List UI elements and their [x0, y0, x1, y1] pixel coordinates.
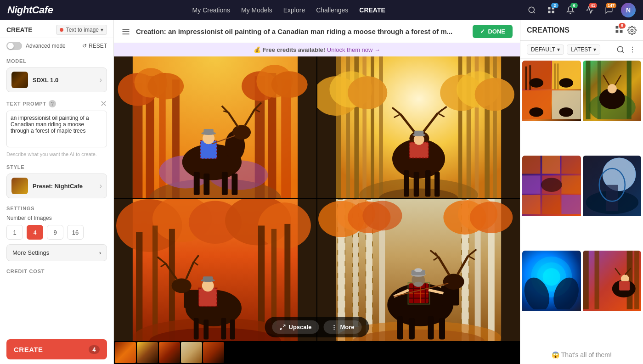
svg-point-181 [632, 47, 633, 48]
main-content: Creation: an impressionist oil painting … [114, 20, 520, 364]
filter-latest-button[interactable]: LATEST ▾ [567, 45, 600, 55]
image-cell-1[interactable] [114, 56, 316, 198]
svg-point-179 [617, 46, 623, 52]
more-button[interactable]: More [323, 320, 361, 334]
svg-rect-177 [620, 30, 623, 33]
svg-point-144 [443, 274, 464, 289]
grid-nav-button[interactable]: 2 [544, 3, 558, 17]
more-label: More [340, 324, 354, 330]
messages-nav-button[interactable]: 147 [602, 3, 616, 17]
filter-default-button[interactable]: DEFAULT ▾ [527, 45, 564, 55]
filter-default-chevron: ▾ [557, 46, 560, 53]
unlock-credits-link[interactable]: Unlock them now → [327, 46, 380, 53]
credit-cost-title: CREDIT COST [6, 269, 107, 274]
svg-rect-207 [522, 156, 541, 174]
mode-dot [60, 28, 63, 32]
nav-challenges[interactable]: Challenges [316, 6, 348, 14]
settings-icon[interactable] [627, 26, 637, 35]
model-thumbnail [11, 72, 28, 88]
filter-buttons: DEFAULT ▾ LATEST ▾ [527, 45, 600, 55]
creation-thumb-2[interactable] [583, 61, 642, 154]
svg-rect-100 [194, 318, 199, 340]
nav-explore[interactable]: Explore [283, 6, 305, 14]
style-section: STYLE Preset: NightCafe › [0, 160, 113, 201]
nav-create-button[interactable]: CREATE [359, 6, 385, 14]
nav-my-creations[interactable]: My Creations [192, 6, 230, 14]
svg-rect-102 [221, 318, 226, 340]
svg-rect-116 [203, 276, 213, 280]
svg-rect-208 [542, 156, 560, 174]
creations-more-icon[interactable] [628, 45, 637, 54]
style-section-title: STYLE [6, 164, 107, 170]
more-settings-button[interactable]: More Settings › [6, 244, 107, 261]
num-1-button[interactable]: 1 [6, 225, 23, 240]
svg-rect-200 [597, 61, 601, 119]
reset-label: RESET [89, 43, 107, 49]
thumb-3[interactable] [159, 342, 180, 363]
svg-rect-209 [561, 156, 581, 174]
svg-rect-192 [558, 63, 559, 89]
messages-badge: 147 [606, 3, 616, 8]
user-avatar[interactable]: N [621, 3, 636, 17]
logo[interactable]: NightCafe [7, 4, 53, 16]
create-button-cost: 4 [89, 345, 100, 354]
creation-thumb-1[interactable] [522, 61, 581, 154]
num-16-button[interactable]: 16 [67, 225, 84, 240]
create-button[interactable]: CREATE 4 [6, 339, 107, 359]
creation-thumb-5[interactable] [522, 251, 581, 344]
svg-point-194 [559, 78, 573, 87]
num-4-button[interactable]: 4 [27, 225, 43, 240]
prompt-label-wrap: TEXT PROMPT ? [6, 100, 56, 107]
search-nav-button[interactable] [525, 3, 539, 17]
svg-rect-201 [626, 61, 631, 119]
svg-point-168 [414, 282, 423, 287]
bell-nav-button[interactable]: 6 [563, 3, 578, 17]
svg-point-105 [172, 278, 192, 293]
grid-badge: 2 [551, 3, 558, 8]
prompt-info-icon[interactable]: ? [49, 100, 56, 107]
credit-cost-section: CREDIT COST [0, 264, 113, 280]
svg-point-195 [529, 107, 543, 117]
more-settings-label: More Settings [12, 249, 49, 256]
image-grid-area: Upscale More [114, 56, 520, 341]
svg-rect-214 [542, 195, 560, 214]
model-section: MODEL SDXL 1.0 › [0, 54, 113, 95]
activity-nav-button[interactable]: 41 [582, 3, 597, 17]
svg-rect-67 [414, 172, 419, 197]
image-cell-2[interactable] [317, 56, 520, 198]
prompt-clear-icon[interactable]: ✕ [100, 100, 107, 108]
done-checkmark-icon: ✓ [480, 28, 485, 35]
creations-grid [520, 59, 643, 346]
settings-section: SETTINGS Number of Images 1 4 9 16 More … [0, 201, 113, 264]
svg-point-59 [348, 76, 387, 109]
reset-icon: ↺ [82, 43, 87, 49]
style-chevron-icon: › [100, 182, 102, 190]
upscale-button[interactable]: Upscale [272, 320, 319, 334]
prompt-textarea[interactable]: an impressionist oil painting of a Canad… [6, 111, 107, 147]
svg-rect-68 [425, 170, 430, 196]
bottom-toolbar: Upscale More [265, 317, 369, 337]
svg-point-193 [529, 78, 543, 87]
thumb-2[interactable] [137, 342, 158, 363]
done-button[interactable]: ✓ DONE [473, 25, 513, 38]
settings-section-title: SETTINGS [6, 206, 107, 211]
nav-my-models[interactable]: My Models [241, 6, 272, 14]
header-menu-icon[interactable] [121, 27, 130, 36]
thumb-1[interactable] [115, 342, 136, 363]
num-9-button[interactable]: 9 [47, 225, 63, 240]
model-selector[interactable]: SDXL 1.0 › [6, 67, 107, 92]
thumb-5[interactable] [203, 342, 224, 363]
mode-label: Text to image [66, 27, 99, 33]
creation-thumb-4[interactable] [583, 156, 642, 249]
creation-thumb-3[interactable] [522, 156, 581, 249]
creations-search-icon[interactable] [616, 45, 625, 54]
creation-thumb-6[interactable] [583, 251, 642, 344]
credits-text: Free credits available! [263, 46, 326, 53]
mode-selector[interactable]: Text to image ▾ [56, 25, 107, 35]
style-selector[interactable]: Preset: NightCafe › [6, 174, 107, 198]
reset-button[interactable]: ↺ RESET [82, 43, 107, 49]
svg-point-19 [147, 73, 184, 99]
svg-rect-190 [529, 65, 531, 90]
advanced-mode-toggle[interactable] [6, 42, 22, 50]
thumb-4[interactable] [181, 342, 202, 363]
